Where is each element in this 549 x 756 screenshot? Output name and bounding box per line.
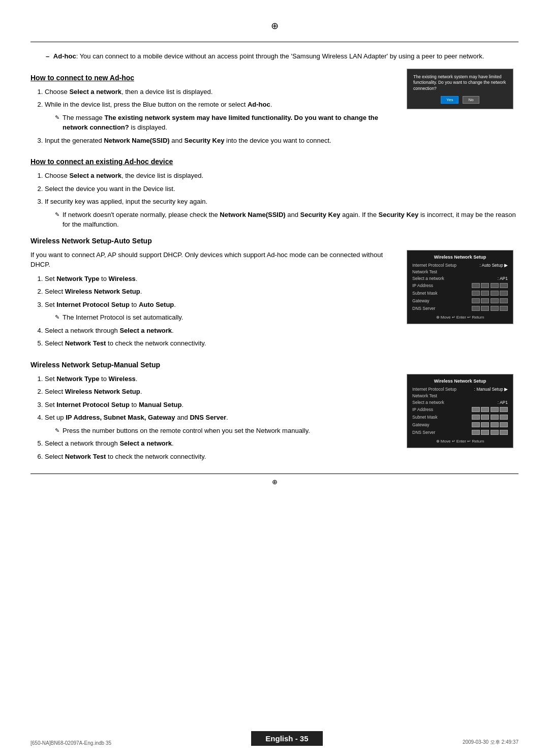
auto-screen-row1: Internet Protocol Setup : Auto Setup ▶ [412, 263, 508, 268]
network-test-bold1: Network Test [65, 339, 106, 347]
manual-ip-box2 [481, 407, 489, 412]
manual-dns-label: DNS Server [412, 430, 435, 436]
section4-step5: Select a network through Select a networ… [45, 438, 396, 449]
dns-box3 [491, 306, 499, 311]
ip-box4 [500, 283, 508, 288]
note-icon3: ✎ [55, 313, 59, 322]
section4-note-text: Press the number buttons on the remote c… [63, 426, 396, 436]
manual-gw-box3 [491, 422, 499, 427]
section2-note: ✎ If network doesn't operate normally, p… [55, 210, 518, 230]
dns-box2 [481, 306, 489, 311]
ip-box3 [491, 283, 499, 288]
manual-gw-box1 [472, 422, 480, 427]
inet-protocol-label: Internet Protocol Setup [412, 263, 456, 268]
manual-subnet-box2 [481, 415, 489, 420]
intro-paragraph: – Ad-hoc: You can connect to a mobile de… [30, 51, 518, 61]
section2-note-text: If network doesn't operate normally, ple… [63, 210, 518, 230]
gateway-box3 [491, 298, 499, 303]
ip-box2 [481, 283, 489, 288]
section1-note: ✎ The message The existing network syste… [55, 113, 396, 133]
gateway-label: Gateway [412, 298, 430, 304]
section4-steps: Set Network Type to Wireless. Select Wir… [30, 374, 396, 462]
auto-setup-bold: Auto Setup [139, 301, 174, 308]
dns-bold: DNS Server [190, 414, 226, 421]
manual-screen-row7: DNS Server [412, 430, 508, 436]
dialog-screen: The existing network system may have lim… [407, 69, 513, 110]
manual-screen-title: Wireless Network Setup [412, 379, 508, 384]
section2-step2: Select the device you want in the Device… [45, 184, 518, 194]
select-network-bold2: Select a network [69, 172, 121, 179]
manual-subnet-box3 [491, 415, 499, 420]
section3-content: If you want to connect AP, AP should sup… [30, 250, 518, 354]
auto-screen-row4: IP Address [412, 283, 508, 289]
dialog-no-btn[interactable]: No [463, 96, 479, 104]
section3-step5: Select Network Test to check the network… [45, 338, 396, 349]
select-network-bold1: Select a network [69, 88, 121, 96]
page-footer: [650-NA]BN68-02097A-Eng.indb 35 English … [0, 731, 549, 746]
manual-dns-box2 [481, 430, 489, 435]
manual-dns-box4 [500, 430, 508, 435]
dialog-buttons: Yes No [413, 96, 507, 104]
adhoc-bold: Ad-hoc [248, 101, 270, 108]
manual-gateway-label: Gateway [412, 422, 430, 428]
section4-sidebar: Wireless Network Setup Internet Protocol… [407, 374, 518, 467]
section-manual-setup: Wireless Network Setup-Manual Setup Set … [30, 361, 518, 467]
top-border [30, 42, 518, 42]
section1-step3: Input the generated Network Name(SSID) a… [45, 136, 396, 146]
dialog-yes-btn[interactable]: Yes [441, 96, 459, 104]
note-icon1: ✎ [55, 113, 59, 122]
section3-step1: Set Network Type to Wireless. [45, 274, 396, 284]
select-network-bold3: Select a network [119, 327, 172, 334]
footer-file-info: [650-NA]BN68-02097A-Eng.indb 35 [30, 740, 111, 746]
bottom-compass-area: ⊕ [30, 478, 518, 486]
subnet-mask-label: Subnet Mask [412, 291, 438, 297]
manual-select-network-label: Select a network [412, 400, 444, 405]
manual-ip-boxes [472, 407, 508, 413]
gateway-box4 [500, 298, 508, 303]
auto-screen-footer-text: ⊕ Move ↵ Enter ↩ Return [436, 315, 484, 320]
dialog-text: The existing network system may have lim… [413, 74, 507, 92]
manual-network-test-label: Network Test [412, 393, 437, 398]
auto-screen-footer: ⊕ Move ↵ Enter ↩ Return [412, 315, 508, 320]
subnet-box3 [491, 291, 499, 296]
subnet-boxes [472, 291, 508, 297]
net-type-bold2: Network Type [56, 375, 99, 383]
manual-screen-footer-text: ⊕ Move ↵ Enter ↩ Return [436, 439, 484, 444]
network-test-bold2: Network Test [65, 453, 106, 460]
manual-setup-bold: Manual Setup [139, 401, 182, 408]
section3-steps: Set Network Type to Wireless. Select Wir… [30, 274, 396, 349]
note-bold1: The existing network system may have lim… [63, 114, 378, 132]
section1-step2: While in the device list, press the Blue… [45, 100, 396, 133]
section1-steps: Choose Select a network, then a device l… [30, 87, 396, 146]
select-network-value: : AP1 [498, 276, 508, 281]
network-name-bold: Network Name(SSID) [104, 137, 169, 144]
manual-subnet-label: Subnet Mask [412, 415, 438, 421]
section2-step1: Choose Select a network, the device list… [45, 171, 518, 181]
dns-server-label: DNS Server [412, 306, 435, 312]
manual-inet-label: Internet Protocol Setup [412, 387, 456, 392]
note-icon2: ✎ [55, 210, 59, 219]
wireless-setup-bold2: Wireless Network Setup [65, 388, 140, 395]
adhoc-term: Ad-hoc [53, 52, 76, 60]
dash-symbol: – [46, 52, 49, 60]
section4-step3: Set Internet Protocol Setup to Manual Se… [45, 400, 396, 410]
manual-setup-screen: Wireless Network Setup Internet Protocol… [407, 374, 513, 448]
section4-step2: Select Wireless Network Setup. [45, 387, 396, 397]
section3-main: If you want to connect AP, AP should sup… [30, 250, 396, 354]
ip-box1 [472, 283, 480, 288]
page: ⊕ – Ad-hoc: You can connect to a mobile … [0, 0, 549, 756]
ip-address-boxes [472, 283, 508, 289]
section2-heading: How to connect an existing Ad-hoc device [30, 158, 518, 166]
net-type-bold: Network Type [56, 275, 99, 282]
page-label: English - 35 [251, 731, 322, 746]
section3-heading: Wireless Network Setup-Auto Setup [30, 237, 518, 245]
section3-step3: Set Internet Protocol Setup to Auto Setu… [45, 300, 396, 323]
section4-main: Set Network Type to Wireless. Select Wir… [30, 374, 396, 467]
dns-box1 [472, 306, 480, 311]
manual-screen-row6: Gateway [412, 422, 508, 428]
section-new-adhoc-main: How to connect to new Ad-hoc Choose Sele… [30, 69, 396, 151]
section-existing-adhoc: How to connect an existing Ad-hoc device… [30, 158, 518, 230]
manual-subnet-box4 [500, 415, 508, 420]
select-network-label: Select a network [412, 276, 444, 281]
manual-screen-row4: IP Address [412, 407, 508, 413]
